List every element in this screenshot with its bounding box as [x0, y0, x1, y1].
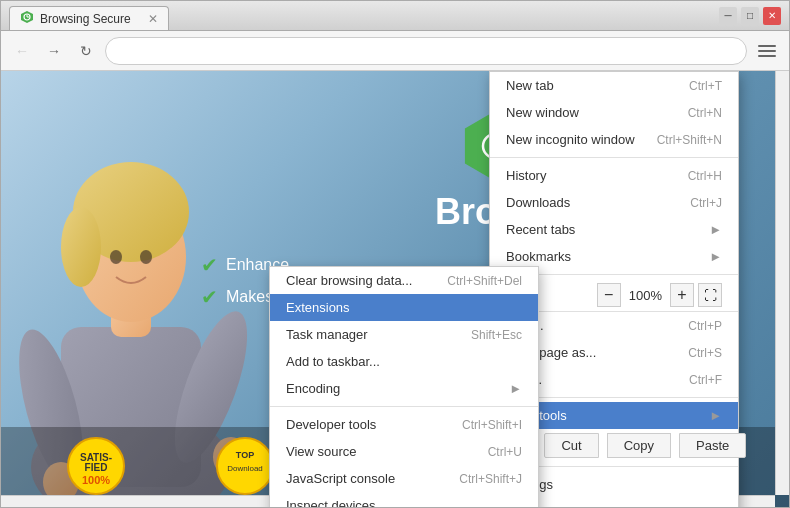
nav-bar: ← → ↻ — [1, 31, 789, 71]
maximize-button[interactable]: □ — [741, 7, 759, 25]
arrow-more-tools: ► — [709, 408, 722, 423]
submenu-item-dev-tools[interactable]: Developer tools Ctrl+Shift+I — [270, 411, 538, 438]
menu-label-incognito: New incognito window — [506, 132, 635, 147]
check-icon-1: ✔ — [201, 253, 218, 277]
browser-window: Browsing Secure ✕ ─ □ ✕ ← → ↻ — [0, 0, 790, 508]
menu-item-incognito[interactable]: New incognito window Ctrl+Shift+N — [490, 126, 738, 153]
zoom-value: 100% — [621, 288, 670, 303]
chrome-menu-button[interactable] — [753, 37, 781, 65]
submenu-label-dev-tools: Developer tools — [286, 417, 376, 432]
submenu-item-encoding[interactable]: Encoding ► — [270, 375, 538, 402]
submenu-label-extensions: Extensions — [286, 300, 350, 315]
tab-close-button[interactable]: ✕ — [148, 12, 158, 26]
svg-point-12 — [110, 250, 122, 264]
submenu-item-extensions[interactable]: Extensions — [270, 294, 538, 321]
shortcut-downloads: Ctrl+J — [670, 196, 722, 210]
menu-label-recent-tabs: Recent tabs — [506, 222, 575, 237]
shortcut-js-console: Ctrl+Shift+J — [439, 472, 522, 486]
menu-label-downloads: Downloads — [506, 195, 570, 210]
tab-title: Browsing Secure — [40, 12, 131, 26]
submenu-label-view-source: View source — [286, 444, 357, 459]
title-bar: Browsing Secure ✕ ─ □ ✕ — [1, 1, 789, 31]
zoom-fullscreen-button[interactable]: ⛶ — [698, 283, 722, 307]
shortcut-save-page: Ctrl+S — [668, 346, 722, 360]
badge-top: TOP Download — [215, 436, 275, 499]
submenu-item-inspect-devices[interactable]: Inspect devices — [270, 492, 538, 507]
svg-text:Download: Download — [228, 464, 264, 473]
menu-item-recent-tabs[interactable]: Recent tabs ► — [490, 216, 738, 243]
submenu-label-encoding: Encoding — [286, 381, 340, 396]
close-button[interactable]: ✕ — [763, 7, 781, 25]
shortcut-find: Ctrl+F — [669, 373, 722, 387]
tab-bar: Browsing Secure ✕ — [9, 1, 711, 30]
menu-item-history[interactable]: History Ctrl+H — [490, 162, 738, 189]
shortcut-clear-browsing: Ctrl+Shift+Del — [427, 274, 522, 288]
tab-favicon — [20, 10, 34, 27]
more-tools-submenu: Clear browsing data... Ctrl+Shift+Del Ex… — [269, 266, 539, 507]
shortcut-new-window: Ctrl+N — [668, 106, 722, 120]
arrow-bookmarks: ► — [709, 249, 722, 264]
hamburger-line-1 — [758, 45, 776, 47]
shortcut-history: Ctrl+H — [668, 169, 722, 183]
active-tab[interactable]: Browsing Secure ✕ — [9, 6, 169, 30]
cut-button[interactable]: Cut — [544, 433, 598, 458]
svg-text:100%: 100% — [82, 474, 110, 486]
vertical-scrollbar[interactable] — [775, 71, 789, 495]
submenu-label-task-manager: Task manager — [286, 327, 368, 342]
submenu-item-view-source[interactable]: View source Ctrl+U — [270, 438, 538, 465]
menu-label-history: History — [506, 168, 546, 183]
svg-text:FIED: FIED — [84, 462, 107, 473]
back-button[interactable]: ← — [9, 38, 35, 64]
submenu-item-js-console[interactable]: JavaScript console Ctrl+Shift+J — [270, 465, 538, 492]
shortcut-view-source: Ctrl+U — [468, 445, 522, 459]
copy-button[interactable]: Copy — [607, 433, 671, 458]
menu-item-new-window[interactable]: New window Ctrl+N — [490, 99, 738, 126]
submenu-item-task-manager[interactable]: Task manager Shift+Esc — [270, 321, 538, 348]
zoom-in-button[interactable]: + — [670, 283, 694, 307]
forward-button[interactable]: → — [41, 38, 67, 64]
svg-text:TOP: TOP — [236, 450, 254, 460]
shortcut-new-tab: Ctrl+T — [669, 79, 722, 93]
submenu-label-clear-browsing: Clear browsing data... — [286, 273, 412, 288]
shortcut-print: Ctrl+P — [668, 319, 722, 333]
menu-label-new-window: New window — [506, 105, 579, 120]
zoom-out-button[interactable]: − — [597, 283, 621, 307]
content-area: Browsi ✔ Enhance ✔ Makes su — [1, 71, 789, 507]
submenu-item-add-taskbar[interactable]: Add to taskbar... — [270, 348, 538, 375]
address-bar[interactable] — [105, 37, 747, 65]
submenu-item-clear-browsing[interactable]: Clear browsing data... Ctrl+Shift+Del — [270, 267, 538, 294]
submenu-label-add-taskbar: Add to taskbar... — [286, 354, 380, 369]
menu-item-new-tab[interactable]: New tab Ctrl+T — [490, 72, 738, 99]
svg-point-13 — [140, 250, 152, 264]
svg-point-11 — [61, 207, 101, 287]
minimize-button[interactable]: ─ — [719, 7, 737, 25]
shortcut-incognito: Ctrl+Shift+N — [637, 133, 722, 147]
menu-item-downloads[interactable]: Downloads Ctrl+J — [490, 189, 738, 216]
hamburger-line-2 — [758, 50, 776, 52]
submenu-label-inspect-devices: Inspect devices — [286, 498, 376, 507]
submenu-label-js-console: JavaScript console — [286, 471, 395, 486]
reload-button[interactable]: ↻ — [73, 38, 99, 64]
menu-label-bookmarks: Bookmarks — [506, 249, 571, 264]
submenu-separator-1 — [270, 406, 538, 407]
paste-button[interactable]: Paste — [679, 433, 746, 458]
separator-1 — [490, 157, 738, 158]
arrow-recent-tabs: ► — [709, 222, 722, 237]
badge-satisfaction: SATIS- FIED 100% — [66, 436, 126, 499]
shortcut-dev-tools: Ctrl+Shift+I — [442, 418, 522, 432]
window-controls: ─ □ ✕ — [719, 7, 781, 25]
hamburger-line-3 — [758, 55, 776, 57]
shortcut-task-manager: Shift+Esc — [451, 328, 522, 342]
menu-label-new-tab: New tab — [506, 78, 554, 93]
arrow-encoding: ► — [509, 381, 522, 396]
check-icon-2: ✔ — [201, 285, 218, 309]
